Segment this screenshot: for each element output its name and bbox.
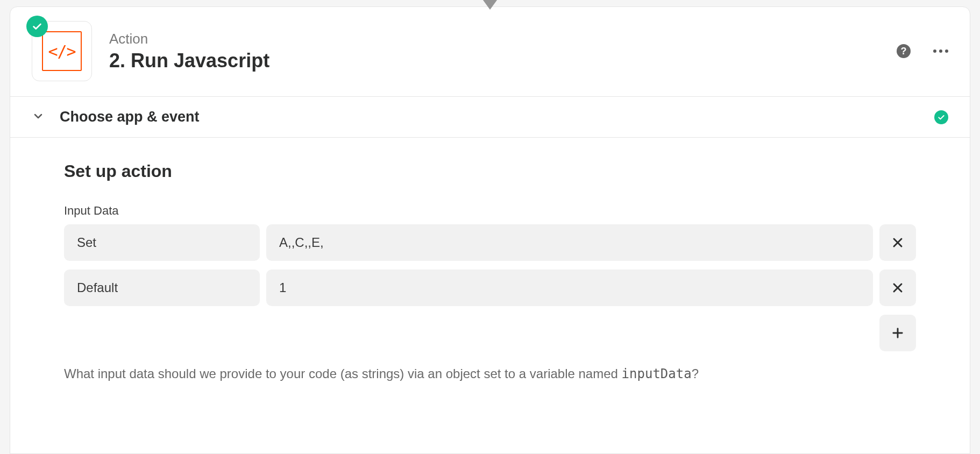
connector-arrow-icon	[481, 0, 499, 10]
input-data-row	[64, 269, 916, 306]
remove-row-button[interactable]	[879, 224, 916, 261]
more-menu-button[interactable]	[933, 49, 948, 53]
header-titles: Action 2. Run Javascript	[109, 31, 897, 72]
input-data-row	[64, 224, 916, 261]
helper-text-code: inputData	[622, 366, 692, 381]
input-data-label: Input Data	[64, 204, 916, 218]
input-data-helper-text: What input data should we provide to you…	[64, 366, 916, 381]
chevron-down-icon	[32, 110, 45, 125]
code-icon-frame: </>	[42, 31, 82, 71]
add-row-container	[64, 315, 916, 351]
help-button[interactable]: ?	[897, 44, 911, 58]
setup-action-title: Set up action	[64, 161, 916, 181]
step-title: 2. Run Javascript	[109, 49, 897, 72]
step-type-label: Action	[109, 31, 897, 47]
choose-app-event-label: Choose app & event	[60, 109, 934, 125]
code-icon: </>	[48, 42, 75, 61]
check-icon	[31, 20, 43, 32]
choose-app-event-section[interactable]: Choose app & event	[10, 96, 970, 138]
helper-text-suffix: ?	[692, 366, 699, 381]
input-data-value[interactable]	[266, 269, 873, 306]
close-icon	[890, 235, 905, 250]
input-data-value[interactable]	[266, 224, 873, 261]
helper-text-prefix: What input data should we provide to you…	[64, 366, 622, 381]
status-check-badge	[26, 16, 48, 37]
section-complete-icon	[934, 110, 948, 124]
input-data-key[interactable]	[64, 269, 260, 306]
close-icon	[890, 280, 905, 295]
input-data-key[interactable]	[64, 224, 260, 261]
add-row-button[interactable]	[879, 315, 916, 351]
setup-action-body: Set up action Input Data What input data…	[10, 138, 970, 381]
action-step-card: </> Action 2. Run Javascript ? Choose ap…	[10, 6, 970, 454]
header-actions: ?	[897, 44, 948, 58]
app-icon-container: </>	[32, 21, 92, 81]
card-header: </> Action 2. Run Javascript ?	[10, 7, 970, 96]
plus-icon	[890, 325, 905, 340]
remove-row-button[interactable]	[879, 269, 916, 306]
